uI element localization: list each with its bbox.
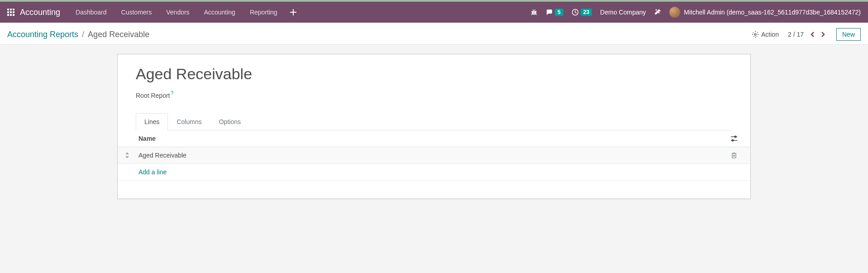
svg-rect-1 bbox=[10, 9, 12, 10]
root-report-field: Root Report ? bbox=[136, 92, 732, 99]
pager-next[interactable] bbox=[818, 30, 827, 38]
control-panel-right: Action 2 / 17 New bbox=[752, 28, 861, 41]
svg-point-20 bbox=[534, 10, 535, 10]
svg-point-23 bbox=[734, 136, 736, 138]
tab-options[interactable]: Options bbox=[210, 113, 249, 130]
svg-rect-3 bbox=[7, 11, 9, 13]
new-button[interactable]: New bbox=[836, 28, 861, 41]
svg-point-25 bbox=[732, 139, 734, 141]
svg-rect-10 bbox=[290, 12, 296, 13]
navbar-menu: Dashboard Customers Vendors Accounting R… bbox=[69, 3, 296, 21]
svg-point-19 bbox=[533, 10, 534, 10]
trash-icon bbox=[731, 152, 737, 158]
bug-icon bbox=[530, 9, 538, 16]
nav-accounting[interactable]: Accounting bbox=[198, 3, 242, 21]
empty-row bbox=[118, 181, 750, 199]
pager-text[interactable]: 2 / 17 bbox=[788, 31, 804, 38]
column-name-header[interactable]: Name bbox=[138, 135, 725, 142]
svg-line-17 bbox=[531, 14, 533, 15]
activities-badge: 23 bbox=[581, 9, 592, 16]
action-label: Action bbox=[761, 31, 779, 38]
add-line-row: Add a line bbox=[118, 164, 750, 181]
chat-icon bbox=[546, 9, 553, 16]
user-menu[interactable]: Mitchell Admin (demo_saas-162_5611d977d3… bbox=[669, 7, 861, 18]
tab-lines[interactable]: Lines bbox=[136, 113, 168, 130]
gear-icon bbox=[752, 31, 758, 38]
action-button[interactable]: Action bbox=[752, 31, 779, 38]
svg-rect-6 bbox=[7, 14, 9, 16]
svg-rect-4 bbox=[10, 11, 12, 13]
svg-line-18 bbox=[535, 14, 537, 15]
tools-icon bbox=[654, 9, 661, 16]
pager-prev[interactable] bbox=[808, 30, 817, 38]
table-settings-button[interactable] bbox=[725, 135, 743, 142]
svg-line-13 bbox=[531, 11, 533, 12]
add-line-button[interactable]: Add a line bbox=[138, 168, 167, 176]
company-selector[interactable]: Demo Company bbox=[600, 9, 646, 16]
apps-menu-button[interactable] bbox=[7, 9, 14, 16]
table-row[interactable]: Aged Receivable bbox=[118, 147, 750, 164]
row-delete-button[interactable] bbox=[725, 152, 743, 158]
debug-button[interactable] bbox=[530, 9, 538, 16]
svg-rect-8 bbox=[13, 14, 14, 16]
page-title: Aged Receivable bbox=[136, 65, 732, 83]
breadcrumb-parent[interactable]: Accounting Reports bbox=[7, 30, 78, 39]
root-report-help[interactable]: ? bbox=[171, 91, 173, 96]
svg-rect-7 bbox=[10, 14, 12, 16]
pager: 2 / 17 bbox=[788, 30, 827, 38]
breadcrumb-current: Aged Receivable bbox=[88, 30, 149, 39]
breadcrumb-separator: / bbox=[82, 30, 84, 39]
user-avatar bbox=[669, 7, 680, 18]
breadcrumb: Accounting Reports / Aged Receivable bbox=[7, 30, 149, 39]
svg-rect-5 bbox=[13, 11, 14, 13]
tabs: Lines Columns Options bbox=[136, 113, 732, 130]
tab-columns[interactable]: Columns bbox=[168, 113, 210, 130]
clock-icon bbox=[572, 9, 579, 16]
row-drag-handle[interactable] bbox=[125, 152, 138, 158]
svg-rect-2 bbox=[13, 9, 14, 10]
table-header: Name bbox=[118, 130, 750, 147]
apps-grid-icon bbox=[7, 9, 14, 16]
sort-handle-icon bbox=[125, 152, 129, 158]
navbar-right: 5 23 Demo Company Mitchell Admin (demo_s… bbox=[530, 7, 861, 18]
chevron-left-icon bbox=[810, 31, 816, 38]
root-report-label: Root Report bbox=[136, 92, 170, 99]
main-navbar: Accounting Dashboard Customers Vendors A… bbox=[0, 2, 868, 23]
chevron-right-icon bbox=[820, 31, 825, 38]
nav-dashboard[interactable]: Dashboard bbox=[69, 3, 113, 21]
nav-new-button[interactable] bbox=[290, 3, 296, 21]
messages-button[interactable]: 5 bbox=[546, 9, 563, 16]
svg-rect-0 bbox=[7, 9, 9, 10]
control-panel: Accounting Reports / Aged Receivable Act… bbox=[0, 23, 868, 45]
plus-icon bbox=[290, 9, 296, 15]
nav-vendors[interactable]: Vendors bbox=[160, 3, 196, 21]
tools-button[interactable] bbox=[654, 9, 661, 16]
row-name-cell[interactable]: Aged Receivable bbox=[138, 152, 725, 159]
navbar-brand[interactable]: Accounting bbox=[20, 8, 60, 17]
form-view: Aged Receivable Root Report ? Lines Colu… bbox=[0, 45, 868, 208]
svg-line-14 bbox=[535, 11, 537, 12]
lines-table: Name Aged Receivable bbox=[118, 130, 750, 199]
messages-badge: 5 bbox=[555, 9, 563, 16]
nav-reporting[interactable]: Reporting bbox=[243, 3, 284, 21]
sliders-icon bbox=[730, 135, 738, 142]
form-sheet: Aged Receivable Root Report ? Lines Colu… bbox=[117, 54, 751, 199]
activities-button[interactable]: 23 bbox=[572, 9, 592, 16]
user-name: Mitchell Admin (demo_saas-162_5611d977d3… bbox=[684, 9, 861, 16]
nav-customers[interactable]: Customers bbox=[115, 3, 158, 21]
